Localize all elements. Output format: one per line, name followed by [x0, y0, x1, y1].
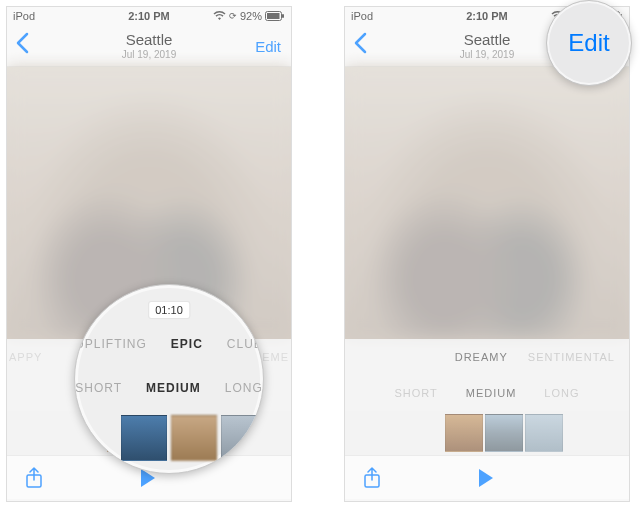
edit-button[interactable]: Edit	[255, 37, 281, 54]
page-title: Seattle	[460, 31, 515, 48]
thumbnail[interactable]	[171, 415, 217, 461]
mood-option-sentimental[interactable]: SENTIMENTAL	[528, 351, 615, 363]
duration-option-medium[interactable]: MEDIUM	[466, 387, 517, 399]
bottom-toolbar	[345, 455, 629, 499]
duration-badge: 01:10	[148, 301, 190, 319]
duration-row-magnified: SHORT MEDIUM LONG	[75, 381, 263, 395]
page-title: Seattle	[122, 31, 177, 48]
mood-selector-row[interactable]: DREAMY SENTIMENTAL	[345, 339, 629, 375]
duration-option-long[interactable]: LONG	[544, 387, 579, 399]
duration-option-medium[interactable]: MEDIUM	[146, 381, 201, 395]
back-button[interactable]	[15, 32, 29, 60]
status-time: 2:10 PM	[7, 10, 291, 22]
duration-option-long[interactable]: LONG	[225, 381, 263, 395]
mood-option-uplifting[interactable]: UPLIFTING	[75, 337, 147, 351]
thumbnail-strip[interactable]	[345, 411, 629, 455]
edit-button-magnified[interactable]: Edit	[568, 29, 609, 57]
nav-bar: Seattle Jul 19, 2019 Edit	[7, 25, 291, 67]
duration-option-short[interactable]: SHORT	[394, 387, 437, 399]
mood-row-magnified: UPLIFTING EPIC CLUB	[75, 337, 263, 351]
back-button[interactable]	[353, 32, 367, 60]
memory-photo[interactable]	[345, 67, 629, 339]
thumbnail[interactable]	[121, 415, 167, 461]
duration-selector-row[interactable]: SHORT MEDIUM LONG	[345, 375, 629, 411]
mood-option-epic[interactable]: EPIC	[171, 337, 203, 351]
page-subtitle: Jul 19, 2019	[460, 49, 515, 60]
thumbnail[interactable]	[485, 414, 523, 452]
magnifier-right: Edit	[546, 0, 632, 86]
share-icon[interactable]	[363, 467, 381, 489]
status-bar: iPod 2:10 PM ⟳ 92%	[7, 7, 291, 25]
share-icon[interactable]	[25, 467, 43, 489]
mood-edge-left[interactable]: APPY	[9, 351, 42, 363]
duration-option-short[interactable]: SHORT	[75, 381, 122, 395]
magnifier-left: 01:10 UPLIFTING EPIC CLUB SHORT MEDIUM L…	[74, 284, 264, 474]
thumbnail[interactable]	[525, 414, 563, 452]
page-subtitle: Jul 19, 2019	[122, 49, 177, 60]
thumbnail[interactable]	[445, 414, 483, 452]
mood-option-dreamy[interactable]: DREAMY	[455, 351, 508, 363]
play-icon[interactable]	[477, 468, 495, 488]
